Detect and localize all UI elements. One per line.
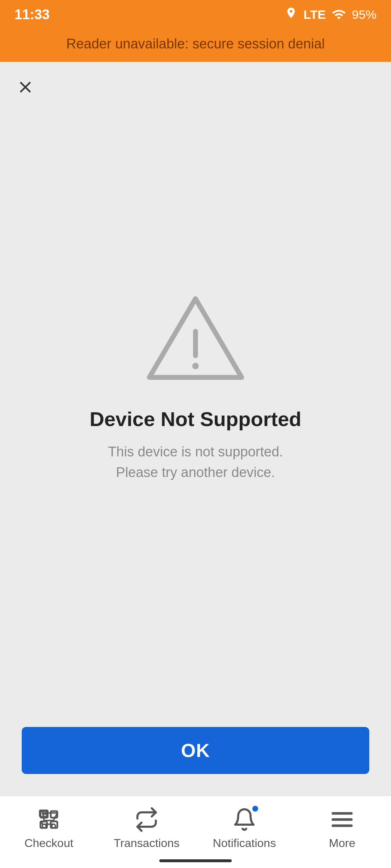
error-banner: Reader unavailable: secure session denia… — [0, 29, 391, 62]
status-icons: LTE 95% — [285, 7, 377, 22]
home-indicator — [159, 859, 232, 862]
transactions-label: Transactions — [114, 837, 180, 850]
error-title: Device Not Supported — [90, 407, 302, 431]
error-subtitle-line1: This device is not supported. — [108, 444, 283, 459]
banner-text: Reader unavailable: secure session denia… — [66, 36, 325, 51]
transactions-icon-container — [134, 807, 159, 832]
warning-triangle-icon — [141, 288, 250, 386]
svg-point-1 — [192, 363, 199, 369]
status-time: 11:33 — [14, 7, 50, 22]
close-icon — [16, 78, 35, 97]
more-label: More — [329, 837, 356, 850]
lte-label: LTE — [303, 8, 326, 22]
checkout-icon — [38, 808, 60, 831]
notification-badge — [251, 805, 259, 813]
error-subtitle: This device is not supported. Please try… — [108, 442, 283, 483]
checkout-label: Checkout — [24, 837, 73, 850]
more-icon-container — [329, 807, 355, 832]
ok-button-container: OK — [0, 727, 391, 796]
signal-icon — [332, 7, 346, 22]
error-subtitle-line2: Please try another device. — [116, 465, 275, 480]
notifications-icon-container — [232, 807, 257, 832]
notifications-label: Notifications — [213, 837, 276, 850]
bottom-nav: Checkout Transactions Notifications — [0, 796, 391, 868]
checkout-icon-container — [36, 807, 62, 832]
nav-item-transactions[interactable]: Transactions — [98, 807, 196, 850]
nav-item-more[interactable]: More — [293, 807, 391, 850]
location-icon — [285, 7, 298, 22]
main-content: Device Not Supported This device is not … — [0, 62, 391, 796]
close-button[interactable] — [11, 73, 40, 102]
ok-button[interactable]: OK — [22, 727, 369, 774]
transactions-icon — [134, 807, 159, 832]
nav-item-notifications[interactable]: Notifications — [196, 807, 293, 850]
error-content: Device Not Supported This device is not … — [0, 62, 391, 796]
battery-label: 95% — [352, 8, 377, 22]
status-bar: 11:33 LTE 95% — [0, 0, 391, 29]
more-icon — [330, 807, 354, 832]
nav-item-checkout[interactable]: Checkout — [0, 807, 98, 850]
